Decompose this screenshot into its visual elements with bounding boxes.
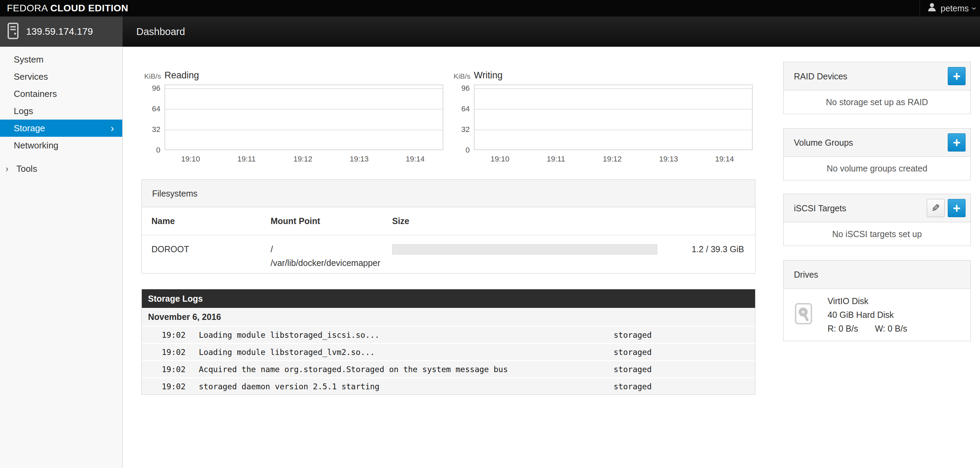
plus-icon: + (953, 70, 961, 83)
x-tick: 19:11 (229, 155, 264, 164)
host-selector[interactable]: 139.59.174.179 (0, 16, 123, 47)
page-title[interactable]: Dashboard (136, 16, 185, 47)
drive-size: 40 GiB Hard Disk (827, 308, 922, 322)
filesystems-column-headers: Name Mount Point Size (142, 207, 755, 235)
filesystem-name: DOROOT (151, 244, 189, 254)
x-tick: 19:11 (539, 155, 573, 164)
sidebar-item-label: Networking (14, 140, 58, 150)
x-tick: 19:12 (286, 155, 320, 164)
sidebar-item-containers[interactable]: Containers (0, 85, 122, 102)
log-time: 19:02 (162, 327, 185, 343)
log-time: 19:02 (162, 378, 185, 395)
log-service: storaged (614, 344, 652, 361)
sidebar-item-logs[interactable]: Logs (0, 102, 122, 120)
log-message: Loading module libstoraged_lvm2.so... (199, 344, 375, 361)
y-tick: 0 (451, 146, 470, 155)
edit-iscsi-button[interactable]: ✎ (927, 199, 945, 217)
chevron-right-icon: › (111, 120, 114, 137)
sidebar-item-label: Storage (14, 123, 45, 133)
filesystem-mount-2: /var/lib/docker/devicemapper (270, 258, 380, 268)
sidebar-group-tools[interactable]: › Tools (0, 160, 122, 177)
hard-disk-icon (795, 303, 813, 327)
drives-header: Drives (784, 260, 970, 289)
log-time: 19:02 (162, 344, 185, 361)
y-tick: 0 (142, 146, 161, 155)
volume-groups-header: Volume Groups + (784, 128, 970, 157)
log-entry[interactable]: 19:02 storaged daemon version 2.5.1 star… (142, 377, 755, 395)
y-tick: 32 (142, 125, 161, 134)
y-tick: 32 (451, 125, 470, 134)
brand-bold: CLOUD EDITION (50, 3, 128, 13)
sidebar-item-system[interactable]: System (0, 51, 122, 68)
x-tick: 19:13 (342, 155, 376, 164)
sidebar-group-label: Tools (16, 164, 37, 174)
add-volume-group-button[interactable]: + (948, 133, 966, 152)
sidebar-item-label: Services (14, 72, 48, 82)
user-menu[interactable]: petems › (920, 0, 980, 16)
gridline (165, 129, 442, 130)
masthead: FEDORA CLOUD EDITION petems › (0, 0, 980, 16)
iscsi-empty-state: No iSCSI targets set up (784, 222, 970, 246)
volume-groups-panel: Volume Groups + No volume groups created (783, 128, 971, 180)
drives-title: Drives (794, 260, 818, 289)
sidebar-item-label: System (14, 54, 44, 65)
filesystem-row[interactable]: DOROOT / /var/lib/docker/devicemapper 1.… (142, 235, 755, 273)
drive-read-rate: R: 0 B/s (827, 324, 858, 333)
log-service: storaged (614, 361, 652, 378)
filesystems-panel-title: Filesystems (142, 180, 755, 207)
log-message: storaged daemon version 2.5.1 starting (199, 378, 379, 395)
y-tick: 96 (451, 84, 470, 93)
column-header-size: Size (392, 207, 409, 235)
column-header-mount: Mount Point (270, 207, 320, 235)
log-entry[interactable]: 19:02 Loading module libstoraged_iscsi.s… (142, 326, 755, 343)
sidebar-item-label: Containers (14, 89, 57, 99)
volume-groups-title: Volume Groups (794, 128, 853, 157)
host-address: 139.59.174.179 (26, 26, 93, 37)
log-service: storaged (614, 378, 652, 395)
brand-logo: FEDORA CLOUD EDITION (7, 0, 129, 16)
gridline (474, 88, 752, 89)
add-raid-button[interactable]: + (948, 67, 966, 85)
sidebar-item-networking[interactable]: Networking (0, 137, 122, 154)
iscsi-targets-header: iSCSI Targets ✎ + (784, 194, 970, 222)
log-entry[interactable]: 19:02 Acquired the name org.storaged.Sto… (142, 360, 755, 377)
raid-devices-panel: RAID Devices + No storage set up as RAID (783, 62, 971, 114)
reading-plot-area (164, 85, 443, 150)
x-tick: 19:10 (483, 155, 517, 164)
drives-panel: Drives VirtIO Disk 40 GiB Hard Disk R: 0… (783, 260, 971, 341)
y-tick: 64 (142, 104, 161, 113)
x-tick: 19:12 (595, 155, 629, 164)
usage-text: 1.2 / 39.3 GiB (692, 244, 744, 254)
reading-chart-title: Reading (164, 70, 199, 81)
reading-chart: KiB/s Reading 96 64 32 0 19:10 19:11 19:… (142, 69, 444, 165)
sidebar-item-storage[interactable]: Storage › (0, 120, 122, 137)
drive-item[interactable]: VirtIO Disk 40 GiB Hard Disk R: 0 B/s W:… (784, 289, 970, 341)
writing-y-axis-unit: KiB/s (451, 72, 471, 80)
iscsi-targets-panel: iSCSI Targets ✎ + No iSCSI targets set u… (783, 194, 971, 246)
raid-devices-header: RAID Devices + (784, 62, 970, 90)
log-date-header: November 6, 2016 (142, 308, 755, 326)
gridline (474, 129, 752, 130)
writing-plot-area (474, 85, 752, 150)
storage-logs-title: Storage Logs (142, 289, 755, 308)
usage-progress-bar (392, 244, 657, 255)
user-name: petems (940, 3, 969, 13)
log-message: Acquired the name org.storaged.Storaged … (199, 361, 508, 378)
user-icon (928, 2, 936, 14)
log-time: 19:02 (162, 361, 185, 378)
y-tick: 64 (451, 104, 470, 113)
gridline (165, 109, 442, 110)
sidebar-item-services[interactable]: Services (0, 68, 122, 85)
writing-chart-title: Writing (474, 70, 503, 81)
x-tick: 19:10 (173, 155, 208, 164)
server-icon (7, 22, 19, 41)
gridline (474, 109, 752, 110)
drive-write-rate: W: 0 B/s (875, 324, 907, 333)
cockpit-storage-page: { "masthead": { "brand_regular": "FEDORA… (0, 0, 980, 468)
y-tick: 96 (142, 84, 161, 93)
plus-icon: + (953, 202, 961, 215)
storage-logs-panel: Storage Logs November 6, 2016 19:02 Load… (142, 289, 756, 395)
log-entry[interactable]: 19:02 Loading module libstoraged_lvm2.so… (142, 343, 755, 360)
x-tick: 19:14 (398, 155, 432, 164)
add-iscsi-target-button[interactable]: + (948, 199, 966, 217)
